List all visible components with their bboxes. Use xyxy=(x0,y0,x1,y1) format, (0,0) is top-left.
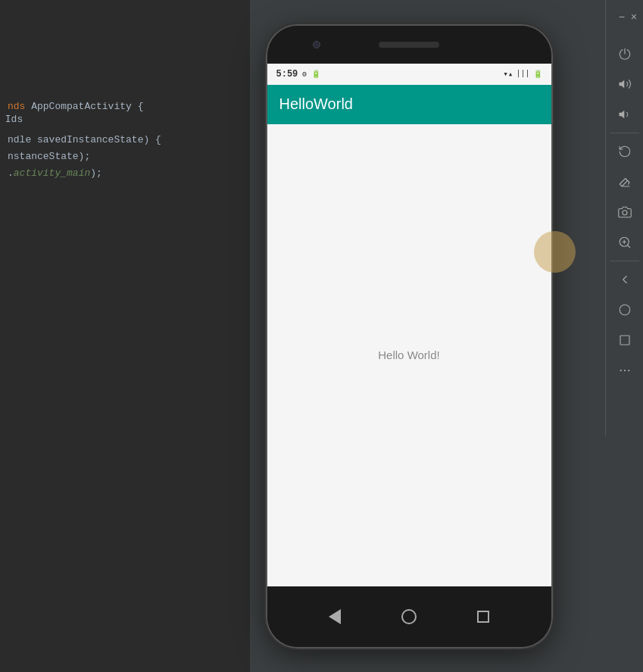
svg-point-7 xyxy=(620,305,630,315)
more-icon xyxy=(618,364,632,377)
settings-status-icon: ⚙ xyxy=(302,70,307,79)
more-button[interactable] xyxy=(611,357,638,384)
recents-icon xyxy=(618,333,632,347)
back-nav-button[interactable] xyxy=(326,608,344,626)
back-button[interactable] xyxy=(611,266,638,293)
touch-indicator xyxy=(534,231,576,273)
hello-world-text: Hello World! xyxy=(378,349,439,361)
phone-speaker xyxy=(379,42,439,48)
status-bar: 5:59 ⚙ 🔋 ▾▴ ||| 🔋 xyxy=(267,64,551,85)
app-bar-title: HelloWorld xyxy=(279,95,353,113)
emulator-toolbar xyxy=(605,34,643,436)
code-line: .activity_main); xyxy=(8,165,250,182)
home-button[interactable] xyxy=(611,296,638,323)
code-line: nstanceState); xyxy=(8,148,250,165)
svg-marker-0 xyxy=(619,80,624,89)
home-nav-button[interactable] xyxy=(400,608,418,626)
wifi-icon: ▾▴ xyxy=(503,69,513,79)
svg-point-2 xyxy=(623,211,627,215)
home-icon xyxy=(618,303,632,317)
svg-line-4 xyxy=(627,245,629,247)
minimize-button[interactable]: − xyxy=(617,13,626,22)
power-button[interactable] xyxy=(611,40,638,67)
battery-status-icon: 🔋 xyxy=(311,70,320,79)
screenshot-icon xyxy=(618,205,632,219)
back-nav-icon xyxy=(329,609,341,624)
code-editor: Ids nds AppCompatActivity { ndle savedIn… xyxy=(0,0,258,672)
code-line xyxy=(8,115,250,132)
power-icon xyxy=(618,47,632,61)
code-line: ndle savedInstanceState) { xyxy=(8,132,250,148)
status-right: ▾▴ ||| 🔋 xyxy=(503,69,542,79)
close-button[interactable]: × xyxy=(629,13,638,22)
recents-button[interactable] xyxy=(611,327,638,354)
svg-rect-8 xyxy=(620,336,629,345)
volume-down-button[interactable] xyxy=(611,101,638,128)
phone-screen[interactable]: 5:59 ⚙ 🔋 ▾▴ ||| 🔋 HelloWorld xyxy=(267,64,551,586)
recents-nav-button[interactable] xyxy=(474,608,492,626)
toolbar-separator xyxy=(610,133,639,133)
svg-point-10 xyxy=(623,370,625,371)
svg-point-9 xyxy=(620,370,621,371)
recents-nav-icon xyxy=(477,611,489,623)
code-line: nds AppCompatActivity { xyxy=(8,98,250,115)
home-nav-icon xyxy=(401,609,417,624)
rotate-icon xyxy=(618,145,632,158)
toolbar-separator-2 xyxy=(610,261,639,261)
signal-icon: ||| xyxy=(516,70,529,78)
erase-button[interactable] xyxy=(611,168,638,195)
status-left: 5:59 ⚙ 🔋 xyxy=(276,69,321,80)
screenshot-button[interactable] xyxy=(611,198,638,226)
app-bar: HelloWorld xyxy=(267,85,551,124)
toolbar-window-controls: − × xyxy=(605,0,643,34)
back-icon xyxy=(618,273,632,286)
phone-top-bar xyxy=(267,26,551,64)
rotate-button[interactable] xyxy=(611,138,638,165)
zoom-button[interactable] xyxy=(611,229,638,256)
battery-icon: 🔋 xyxy=(533,70,542,79)
phone-content[interactable]: Hello World! xyxy=(267,124,551,586)
svg-point-11 xyxy=(628,370,629,371)
erase-icon xyxy=(618,175,632,189)
status-time: 5:59 xyxy=(276,69,298,80)
phone-device: 5:59 ⚙ 🔋 ▾▴ ||| 🔋 HelloWorld xyxy=(267,26,551,647)
volume-up-button[interactable] xyxy=(611,70,638,98)
ids-label: Ids xyxy=(0,108,28,130)
zoom-icon xyxy=(618,236,632,249)
svg-marker-1 xyxy=(619,111,624,119)
volume-up-icon xyxy=(618,77,632,91)
phone-bottom xyxy=(267,586,551,647)
phone-camera xyxy=(313,41,320,48)
volume-down-icon xyxy=(618,108,632,121)
emulator-panel: 5:59 ⚙ 🔋 ▾▴ ||| 🔋 HelloWorld xyxy=(250,0,568,672)
